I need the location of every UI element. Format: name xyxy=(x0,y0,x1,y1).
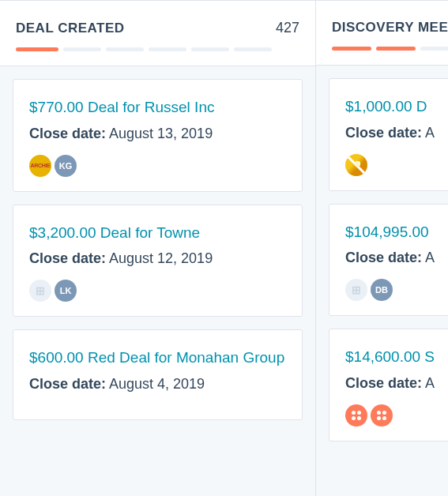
company-logo-icon[interactable] xyxy=(371,404,393,426)
deal-title: $1,000.00 D xyxy=(345,96,446,117)
deal-avatars xyxy=(345,154,446,176)
deal-avatars xyxy=(345,404,446,426)
column-count: 427 xyxy=(276,20,299,36)
progress-segment xyxy=(63,47,101,51)
progress-segment xyxy=(149,47,186,51)
deal-card[interactable]: $1,000.00 D Close date: A xyxy=(329,78,448,191)
deal-close-date: Close date: A xyxy=(345,250,446,266)
column-header[interactable]: DEAL CREATED 427 xyxy=(0,0,315,66)
column-body: $1,000.00 D Close date: A $104,995.00 Cl… xyxy=(316,66,448,454)
progress-segment xyxy=(106,47,144,51)
deal-title: $104,995.00 xyxy=(345,222,446,242)
owner-avatar[interactable]: DB xyxy=(371,279,393,301)
deal-card[interactable]: $3,200.00 Deal for Towne Close date: Aug… xyxy=(13,205,303,318)
deal-title: $3,200.00 Deal for Towne xyxy=(29,223,286,243)
progress-segment xyxy=(191,47,229,51)
progress-segment xyxy=(332,47,371,51)
column-body: $770.00 Deal for Russel Inc Close date: … xyxy=(0,66,315,433)
deal-close-date: Close date: A xyxy=(345,125,446,141)
company-logo-icon[interactable]: ⊞ xyxy=(345,279,367,301)
deal-close-date: Close date: August 13, 2019 xyxy=(29,126,286,142)
deal-avatars: ⊞ DB xyxy=(345,279,446,301)
progress-segment xyxy=(376,47,416,51)
pipeline-column-deal-created: DEAL CREATED 427 $770.00 Deal for Russel… xyxy=(0,0,316,496)
column-title: DEAL CREATED xyxy=(16,21,125,36)
deal-board: DEAL CREATED 427 $770.00 Deal for Russel… xyxy=(0,0,448,496)
deal-avatars: ARCHIE KG xyxy=(29,155,286,177)
deal-close-date: Close date: August 4, 2019 xyxy=(29,376,286,393)
company-logo-icon[interactable] xyxy=(345,154,367,176)
deal-title: $770.00 Deal for Russel Inc xyxy=(29,97,286,118)
progress-segment xyxy=(16,47,58,51)
pipeline-column-discovery: DISCOVERY MEE $1,000.00 D Close date: A xyxy=(316,0,448,496)
company-logo-icon[interactable]: ⊞ xyxy=(29,280,51,302)
deal-title: $600.00 Red Deal for Monahan Group xyxy=(29,348,286,368)
progress-segment xyxy=(420,47,448,51)
company-logo-icon[interactable] xyxy=(345,404,367,426)
deal-card[interactable]: $770.00 Deal for Russel Inc Close date: … xyxy=(13,79,303,192)
column-title: DISCOVERY MEE xyxy=(332,20,448,36)
company-logo-icon[interactable]: ARCHIE xyxy=(29,155,51,177)
stage-progress xyxy=(16,47,299,51)
deal-avatars: ⊞ LK xyxy=(29,280,286,302)
owner-avatar[interactable]: LK xyxy=(55,280,77,302)
column-header[interactable]: DISCOVERY MEE xyxy=(316,0,448,66)
deal-card[interactable]: $600.00 Red Deal for Monahan Group Close… xyxy=(13,329,303,420)
deal-card[interactable]: $104,995.00 Close date: A ⊞ DB xyxy=(329,204,448,317)
deal-close-date: Close date: A xyxy=(345,375,446,392)
deal-card[interactable]: $14,600.00 S Close date: A xyxy=(329,329,448,442)
owner-avatar[interactable]: KG xyxy=(55,155,77,177)
stage-progress xyxy=(332,47,448,51)
deal-close-date: Close date: August 12, 2019 xyxy=(29,250,286,267)
progress-segment xyxy=(234,47,272,51)
deal-title: $14,600.00 S xyxy=(345,347,446,367)
